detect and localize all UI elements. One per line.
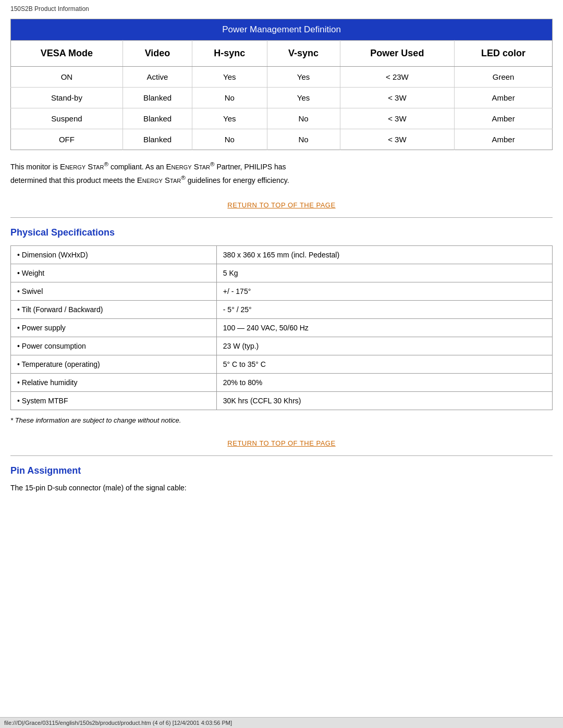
pm-table-title: Power Management Definition [11, 19, 553, 41]
pin-assignment-text: The 15-pin D-sub connector (male) of the… [10, 484, 553, 492]
pm-standby-mode: Stand-by [11, 88, 123, 108]
pm-table-col-headers: VESA Mode Video H-sync V-sync Power Used… [11, 41, 553, 67]
spec-value-tilt: - 5° / 25° [216, 301, 552, 319]
spec-value-weight: 5 Kg [216, 264, 552, 282]
return-to-top-link-1[interactable]: RETURN TO TOP OF THE PAGE [10, 201, 553, 209]
pm-on-hsync: Yes [192, 67, 267, 88]
pm-standby-power: < 3W [340, 88, 455, 108]
col-header-led: LED color [455, 41, 553, 67]
pm-on-mode: ON [11, 67, 123, 88]
col-header-hsync: H-sync [192, 41, 267, 67]
pm-suspend-hsync: Yes [192, 108, 267, 129]
physical-specs-table: • Dimension (WxHxD) 380 x 360 x 165 mm (… [10, 245, 553, 410]
pm-off-vsync: No [267, 129, 340, 150]
spec-value-swivel: +/ - 175° [216, 282, 552, 301]
divider-2 [10, 455, 553, 456]
spec-row-temperature: • Temperature (operating) 5° C to 35° C [11, 355, 553, 374]
pm-off-led: Amber [455, 129, 553, 150]
top-bar: 150S2B Product Information [10, 5, 553, 13]
col-header-power: Power Used [340, 41, 455, 67]
return-link-1-anchor[interactable]: RETURN TO TOP OF THE PAGE [227, 201, 335, 209]
col-header-video: Video [123, 41, 192, 67]
return-to-top-link-2[interactable]: RETURN TO TOP OF THE PAGE [10, 439, 553, 447]
footnote: * These information are subject to chang… [10, 416, 553, 424]
pm-on-video: Active [123, 67, 192, 88]
spec-row-dimension: • Dimension (WxHxD) 380 x 360 x 165 mm (… [11, 246, 553, 264]
spec-value-power-supply: 100 — 240 VAC, 50/60 Hz [216, 319, 552, 337]
pm-standby-hsync: No [192, 88, 267, 108]
spec-value-power-consumption: 23 W (typ.) [216, 337, 552, 355]
pm-standby-video: Blanked [123, 88, 192, 108]
pm-suspend-power: < 3W [340, 108, 455, 129]
pm-standby-led: Amber [455, 88, 553, 108]
spec-label-mtbf: • System MTBF [11, 392, 217, 410]
col-header-vsync: V-sync [267, 41, 340, 67]
pm-off-video: Blanked [123, 129, 192, 150]
spec-value-temperature: 5° C to 35° C [216, 355, 552, 374]
spec-row-power-supply: • Power supply 100 — 240 VAC, 50/60 Hz [11, 319, 553, 337]
pin-assignment-heading: Pin Assignment [10, 465, 553, 476]
power-management-table: Power Management Definition VESA Mode Vi… [10, 19, 553, 150]
pm-standby-vsync: Yes [267, 88, 340, 108]
pm-table-header-row: Power Management Definition [11, 19, 553, 41]
return-link-2-anchor[interactable]: RETURN TO TOP OF THE PAGE [227, 439, 335, 447]
pm-on-led: Green [455, 67, 553, 88]
spec-label-power-consumption: • Power consumption [11, 337, 217, 355]
spec-label-power-supply: • Power supply [11, 319, 217, 337]
spec-row-power-consumption: • Power consumption 23 W (typ.) [11, 337, 553, 355]
spec-label-temperature: • Temperature (operating) [11, 355, 217, 374]
pm-on-power: < 23W [340, 67, 455, 88]
physical-specs-heading: Physical Specifications [10, 227, 553, 238]
pm-off-mode: OFF [11, 129, 123, 150]
spec-label-weight: • Weight [11, 264, 217, 282]
pm-off-hsync: No [192, 129, 267, 150]
pm-off-power: < 3W [340, 129, 455, 150]
pm-row-on: ON Active Yes Yes < 23W Green [11, 67, 553, 88]
pm-row-off: OFF Blanked No No < 3W Amber [11, 129, 553, 150]
pm-on-vsync: Yes [267, 67, 340, 88]
spec-label-swivel: • Swivel [11, 282, 217, 301]
spec-label-humidity: • Relative humidity [11, 374, 217, 392]
energy-star-3: Energy Star [137, 175, 181, 184]
spec-value-humidity: 20% to 80% [216, 374, 552, 392]
spec-row-humidity: • Relative humidity 20% to 80% [11, 374, 553, 392]
col-header-vesa: VESA Mode [11, 41, 123, 67]
energy-star-1: Energy Star [60, 162, 104, 171]
pm-suspend-vsync: No [267, 108, 340, 129]
divider-1 [10, 217, 553, 218]
pm-suspend-video: Blanked [123, 108, 192, 129]
energy-star-2: Energy Star [166, 162, 210, 171]
pm-suspend-led: Amber [455, 108, 553, 129]
energy-star-text: This monitor is Energy Star® compliant. … [10, 159, 553, 186]
spec-label-tilt: • Tilt (Forward / Backward) [11, 301, 217, 319]
spec-row-swivel: • Swivel +/ - 175° [11, 282, 553, 301]
spec-row-mtbf: • System MTBF 30K hrs (CCFL 30 Khrs) [11, 392, 553, 410]
pm-suspend-mode: Suspend [11, 108, 123, 129]
top-bar-label: 150S2B Product Information [10, 5, 89, 13]
pm-row-standby: Stand-by Blanked No Yes < 3W Amber [11, 88, 553, 108]
pm-row-suspend: Suspend Blanked Yes No < 3W Amber [11, 108, 553, 129]
spec-row-tilt: • Tilt (Forward / Backward) - 5° / 25° [11, 301, 553, 319]
spec-label-dimension: • Dimension (WxHxD) [11, 246, 217, 264]
spec-value-dimension: 380 x 360 x 165 mm (incl. Pedestal) [216, 246, 552, 264]
spec-value-mtbf: 30K hrs (CCFL 30 Khrs) [216, 392, 552, 410]
spec-row-weight: • Weight 5 Kg [11, 264, 553, 282]
